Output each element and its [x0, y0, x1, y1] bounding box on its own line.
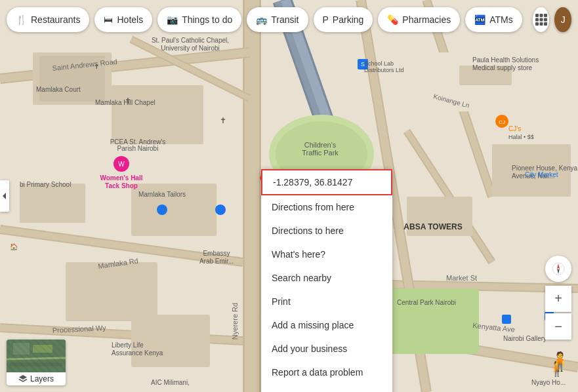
svg-text:CJ: CJ: [499, 119, 505, 125]
svg-text:✝: ✝: [94, 63, 99, 70]
nav-pill-restaurants[interactable]: 🍴 Restaurants: [7, 7, 89, 32]
svg-text:Women's Hall: Women's Hall: [100, 174, 143, 182]
layers-text: Layers: [30, 374, 54, 383]
context-menu-item-search-nearby[interactable]: Search nearby: [261, 266, 392, 290]
top-navigation: 🍴 Restaurants 🛏 Hotels 📷 Things to do 🚌 …: [0, 0, 578, 39]
svg-text:Medical supply store: Medical supply store: [472, 64, 533, 71]
nav-pill-parking[interactable]: P Parking: [314, 7, 373, 32]
pegman-button[interactable]: 🧍: [548, 351, 571, 372]
svg-rect-91: [539, 14, 543, 17]
svg-text:Arab Emir...: Arab Emir...: [199, 258, 234, 265]
svg-text:ABSA TOWERS: ABSA TOWERS: [403, 222, 462, 231]
nav-pill-transit[interactable]: 🚌 Transit: [247, 7, 308, 32]
svg-text:Mamlaka Tailors: Mamlaka Tailors: [138, 191, 186, 198]
svg-text:bi Primary School: bi Primary School: [20, 181, 71, 188]
svg-text:Traffic Park: Traffic Park: [302, 149, 339, 157]
svg-text:Parish Nairobi: Parish Nairobi: [117, 145, 159, 152]
pegman-icon: 🧍: [548, 351, 571, 372]
pharmacies-label: Pharmacies: [402, 14, 451, 25]
svg-text:Nyerere Rd: Nyerere Rd: [231, 303, 239, 340]
svg-text:🏠: 🏠: [10, 243, 18, 251]
nav-pill-hotels[interactable]: 🛏 Hotels: [94, 7, 152, 32]
nav-pill-pharmacies[interactable]: 💊 Pharmacies: [378, 7, 460, 32]
avatar-initials: J: [561, 14, 566, 25]
svg-point-59: [215, 205, 226, 215]
atms-label: ATMs: [489, 14, 513, 25]
svg-text:Mamlaka Court: Mamlaka Court: [36, 86, 81, 93]
svg-rect-92: [544, 14, 547, 17]
svg-text:CJ's: CJ's: [508, 125, 521, 132]
transit-label: Transit: [271, 14, 299, 25]
svg-text:Distributors Ltd: Distributors Ltd: [364, 67, 404, 73]
nav-pill-things-to-do[interactable]: 📷 Things to do: [157, 7, 241, 32]
svg-rect-95: [544, 18, 547, 22]
svg-text:Children's: Children's: [304, 141, 337, 149]
atms-icon: 🏧: [474, 14, 485, 25]
svg-rect-101: [33, 345, 52, 353]
apps-grid-button[interactable]: [533, 7, 550, 32]
sidebar-collapse-arrow[interactable]: [0, 180, 9, 212]
svg-point-58: [157, 205, 167, 215]
svg-text:Halal • $$: Halal • $$: [508, 134, 534, 140]
svg-text:Tack Shop: Tack Shop: [105, 182, 138, 189]
restaurants-label: Restaurants: [31, 14, 80, 25]
svg-text:Nairobi Gallery: Nairobi Gallery: [503, 335, 547, 342]
context-menu-item-report-problem[interactable]: Report a data problem: [261, 361, 392, 384]
svg-text:W: W: [118, 161, 125, 168]
layers-icon: [18, 374, 28, 383]
context-menu-item-print[interactable]: Print: [261, 290, 392, 313]
svg-text:Embassy: Embassy: [203, 250, 230, 257]
pharmacies-icon: 💊: [387, 14, 398, 25]
layers-label-row: Layers: [14, 372, 58, 385]
context-menu-coordinates[interactable]: -1.28379, 36.81427: [261, 169, 392, 195]
svg-text:Central Park Nairobi: Central Park Nairobi: [397, 299, 456, 306]
svg-text:Paula Health Solutions: Paula Health Solutions: [472, 56, 539, 64]
svg-rect-51: [502, 315, 511, 324]
svg-text:School Lab: School Lab: [364, 60, 394, 67]
restaurants-icon: 🍴: [16, 14, 27, 25]
svg-text:Mamlaka Hill Chapel: Mamlaka Hill Chapel: [95, 99, 155, 106]
svg-rect-100: [13, 343, 30, 355]
layers-thumbnail: [7, 340, 66, 372]
svg-rect-98: [544, 22, 547, 26]
context-menu: -1.28379, 36.81427 Directions from here …: [261, 169, 392, 392]
svg-rect-93: [535, 18, 539, 22]
svg-rect-29: [112, 85, 203, 144]
svg-text:Assurance Kenya: Assurance Kenya: [112, 349, 163, 357]
transit-icon: 🚌: [256, 14, 267, 25]
map-controls: + −: [545, 256, 571, 340]
things-to-do-icon: 📷: [167, 14, 178, 25]
svg-rect-97: [539, 22, 543, 26]
svg-text:University of Nairobi: University of Nairobi: [161, 45, 219, 52]
svg-rect-94: [539, 18, 543, 22]
svg-text:AIC Milimani,: AIC Milimani,: [151, 379, 190, 386]
user-avatar[interactable]: J: [554, 7, 571, 32]
nav-pill-atms[interactable]: 🏧 ATMs: [465, 7, 522, 32]
svg-text:✝: ✝: [220, 116, 226, 125]
svg-line-102: [7, 358, 66, 359]
svg-text:City Market: City Market: [525, 171, 558, 178]
context-menu-item-add-missing-place[interactable]: Add a missing place: [261, 313, 392, 337]
context-menu-item-directions-from[interactable]: Directions from here: [261, 195, 392, 219]
svg-rect-90: [535, 14, 539, 17]
svg-rect-103: [10, 363, 62, 366]
context-menu-item-add-business[interactable]: Add your business: [261, 337, 392, 361]
svg-text:Liberty Life: Liberty Life: [112, 342, 144, 349]
context-menu-item-measure-distance[interactable]: Measure distance: [261, 384, 392, 392]
svg-rect-33: [131, 315, 210, 367]
things-to-do-label: Things to do: [182, 14, 232, 25]
context-menu-item-directions-to[interactable]: Directions to here: [261, 219, 392, 243]
svg-rect-32: [66, 262, 157, 321]
svg-rect-96: [535, 22, 539, 26]
parking-label: Parking: [333, 14, 363, 25]
zoom-out-button[interactable]: −: [545, 313, 571, 340]
svg-rect-99: [7, 340, 66, 372]
svg-rect-30: [20, 184, 85, 223]
layers-button[interactable]: Layers: [7, 340, 66, 385]
hotels-label: Hotels: [117, 14, 143, 25]
context-menu-item-whats-here[interactable]: What's here?: [261, 243, 392, 266]
zoom-in-button[interactable]: +: [545, 286, 571, 312]
parking-icon: P: [323, 14, 329, 25]
hotels-icon: 🛏: [104, 14, 113, 25]
compass-button[interactable]: [545, 256, 571, 282]
